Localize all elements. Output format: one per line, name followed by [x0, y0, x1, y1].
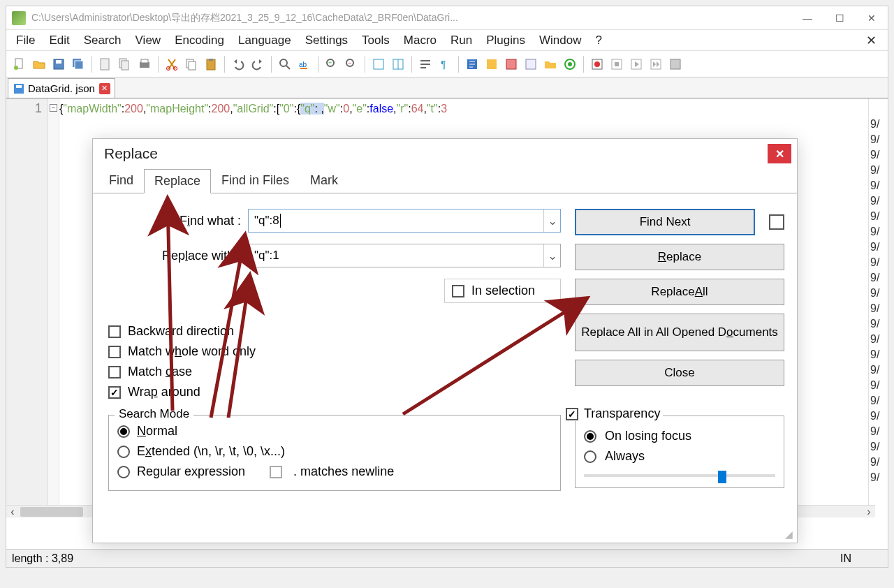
whole-word-checkbox[interactable] [108, 346, 121, 358]
play-macro-icon[interactable] [627, 55, 645, 73]
dialog-titlebar[interactable]: Replace ✕ [93, 139, 797, 168]
close-file-icon[interactable] [96, 55, 115, 73]
scroll-thumb[interactable] [20, 507, 83, 517]
svg-rect-5 [75, 61, 83, 69]
toolbar: ab + − ¶ [6, 51, 888, 78]
close-all-icon[interactable] [116, 55, 134, 73]
radio-always[interactable] [584, 450, 596, 463]
stop-macro-icon[interactable] [608, 55, 626, 73]
file-tab-active[interactable]: DataGrid. json ✕ [8, 78, 115, 98]
menu-run[interactable]: Run [444, 31, 479, 50]
wordwrap-icon[interactable] [416, 55, 434, 73]
svg-point-1 [14, 66, 18, 70]
record-macro-icon[interactable] [588, 55, 606, 73]
svg-point-32 [568, 62, 572, 66]
print-icon[interactable] [135, 55, 154, 73]
radio-regex[interactable] [117, 466, 130, 478]
tab-find[interactable]: Find [98, 168, 144, 193]
in-selection-checkbox[interactable] [452, 285, 464, 297]
dialog-close-button[interactable]: ✕ [768, 144, 791, 163]
minimize-button[interactable]: — [791, 8, 823, 29]
sync-h-icon[interactable] [389, 55, 407, 73]
replace-dialog: Replace ✕ Find Replace Find in Files Mar… [92, 138, 798, 543]
tab-replace[interactable]: Replace [144, 169, 211, 193]
file-tabs: DataGrid. json ✕ [6, 78, 888, 98]
zoom-out-icon[interactable]: − [342, 55, 360, 73]
replace-button[interactable]: Replace [575, 244, 784, 270]
menu-view[interactable]: View [129, 31, 168, 50]
replace-all-docs-button[interactable]: Replace All in All Opened Documents [575, 314, 784, 351]
user-lang-icon[interactable] [483, 55, 501, 73]
func-list-icon[interactable] [522, 55, 540, 73]
replace-with-input[interactable]: "q":1 ⌄ [248, 244, 561, 267]
resize-grip-icon[interactable]: ◢ [785, 529, 793, 540]
new-file-icon[interactable] [10, 55, 29, 73]
save-all-icon[interactable] [69, 55, 87, 73]
find-next-extra-checkbox[interactable] [769, 214, 784, 230]
menu-plugins[interactable]: Plugins [479, 31, 532, 50]
cut-icon[interactable] [163, 55, 181, 73]
find-next-button[interactable]: Find Next [575, 209, 755, 235]
indent-guide-icon[interactable] [463, 55, 481, 73]
window-close-button[interactable]: ✕ [856, 8, 888, 29]
fold-toggle-icon[interactable]: − [50, 104, 57, 112]
save-icon[interactable] [50, 55, 68, 73]
find-what-input[interactable]: "q":8 ⌄ [248, 209, 561, 233]
wrap-around-checkbox[interactable] [108, 386, 121, 399]
maximize-button[interactable]: ☐ [823, 8, 856, 29]
svg-rect-10 [141, 59, 148, 63]
doc-map-icon[interactable] [502, 55, 520, 73]
menu-search[interactable]: Search [77, 31, 129, 50]
search-mode-legend: Search Mode [115, 407, 193, 421]
zoom-in-icon[interactable]: + [323, 55, 341, 73]
menu-window[interactable]: Window [532, 31, 588, 50]
wrap-around-label: Wrap around [128, 385, 200, 399]
monitor-icon[interactable] [561, 55, 579, 73]
paste-icon[interactable] [202, 55, 220, 73]
transparency-checkbox[interactable] [566, 408, 578, 420]
transparency-slider[interactable] [584, 469, 775, 482]
svg-rect-36 [615, 62, 619, 66]
menu-edit[interactable]: Edit [42, 31, 76, 50]
svg-rect-8 [122, 61, 129, 70]
replace-icon[interactable]: ab [295, 55, 314, 73]
menu-file[interactable]: File [9, 31, 42, 50]
copy-icon[interactable] [182, 55, 200, 73]
scroll-left-icon[interactable]: ‹ [6, 506, 19, 518]
undo-icon[interactable] [229, 55, 247, 73]
radio-extended[interactable] [117, 446, 130, 458]
menu-settings[interactable]: Settings [298, 31, 355, 50]
code-text[interactable]: {"mapWidth":200,"mapHeight":200,"allGrid… [59, 103, 888, 115]
radio-on-losing-focus[interactable] [584, 430, 596, 443]
find-dropdown-icon[interactable]: ⌄ [543, 210, 560, 232]
file-tab-close-icon[interactable]: ✕ [99, 83, 110, 94]
matches-newline-checkbox[interactable] [270, 466, 282, 478]
match-case-checkbox[interactable] [108, 366, 121, 378]
sync-v-icon[interactable] [369, 55, 388, 73]
backward-checkbox[interactable] [108, 325, 121, 338]
replace-with-label: Replace with : [108, 249, 248, 263]
show-symbol-icon[interactable]: ¶ [436, 55, 454, 73]
scroll-right-icon[interactable]: › [863, 506, 875, 518]
menu-encoding[interactable]: Encoding [168, 31, 231, 50]
tab-mark[interactable]: Mark [300, 168, 349, 193]
replace-dropdown-icon[interactable]: ⌄ [543, 244, 560, 267]
menu-help[interactable]: ? [588, 31, 608, 50]
menu-tools[interactable]: Tools [355, 31, 397, 50]
playback-multi-icon[interactable] [647, 55, 665, 73]
open-file-icon[interactable] [30, 55, 48, 73]
svg-rect-29 [506, 59, 516, 69]
close-button[interactable]: Close [575, 360, 784, 386]
menu-language[interactable]: Language [231, 31, 298, 50]
save-indicator-icon [14, 84, 24, 94]
tab-find-in-files[interactable]: Find in Files [211, 168, 300, 193]
radio-normal[interactable] [117, 425, 130, 438]
replace-all-button[interactable]: Replace All [575, 279, 784, 305]
line-number: 1 [6, 101, 42, 116]
folder-icon[interactable] [541, 55, 559, 73]
find-icon[interactable] [276, 55, 294, 73]
redo-icon[interactable] [249, 55, 267, 73]
secondary-close-icon[interactable]: ✕ [858, 33, 885, 48]
menu-macro[interactable]: Macro [397, 31, 444, 50]
save-macro-icon[interactable] [666, 55, 684, 73]
